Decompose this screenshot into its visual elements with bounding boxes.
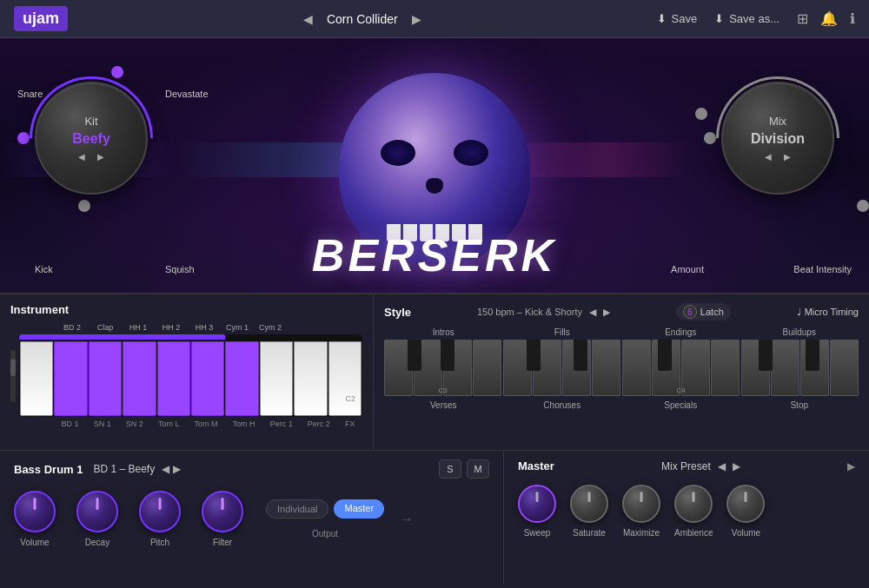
save-as-button[interactable]: ⬇ Save as... xyxy=(714,12,779,25)
bell-icon[interactable]: 🔔 xyxy=(820,10,838,27)
skull-left-eye xyxy=(381,140,415,166)
maximize-knob-wrap: Maximize xyxy=(622,485,660,538)
white-key-3[interactable] xyxy=(294,341,327,416)
latch-label: Latch xyxy=(700,307,724,317)
kick-label: Kick xyxy=(35,264,53,274)
skull-right-eye xyxy=(454,140,488,166)
mix-left-dot2[interactable] xyxy=(704,132,716,144)
kit-bottom-dot[interactable] xyxy=(78,200,90,212)
top-bar: ujam ◀ Corn Collider ▶ ⬇ Save ⬇ Save as.… xyxy=(0,0,869,38)
ujam-logo: ujam xyxy=(14,6,68,31)
collapse-arrow[interactable]: ▶ xyxy=(847,460,855,472)
save-button[interactable]: ⬇ Save xyxy=(657,12,698,25)
sweep-knob[interactable] xyxy=(518,485,556,523)
mix-knob[interactable]: Mix Division ◀ ▶ xyxy=(721,82,834,195)
filter-knob[interactable] xyxy=(202,491,243,532)
inst-label-hh2: HH 2 xyxy=(155,323,188,332)
keyboard[interactable]: C2 xyxy=(19,334,362,417)
cat-buildups: Buildups xyxy=(740,327,859,337)
mix-knob-container: Mix Division ◀ ▶ xyxy=(721,82,834,195)
micro-timing-icon: ♩ xyxy=(797,307,801,318)
ambience-knob-wrap: Ambience xyxy=(674,485,713,538)
mix-preset-next[interactable]: ▶ xyxy=(733,460,740,472)
saturate-knob-wrap: Saturate xyxy=(570,485,608,538)
bass-drum-title: Bass Drum 1 xyxy=(14,463,83,476)
s-button[interactable]: S xyxy=(439,459,461,479)
volume-knob-wrap: Volume xyxy=(14,491,56,547)
master-knobs: Sweep Saturate Maximize Ambience Volume xyxy=(518,485,855,538)
decay-knob[interactable] xyxy=(76,491,118,532)
cat-stop: Stop xyxy=(740,400,859,410)
output-label: Output xyxy=(312,529,338,538)
master-volume-knob[interactable] xyxy=(726,485,765,523)
pitch-knob[interactable] xyxy=(139,491,181,532)
cat-choruses: Choruses xyxy=(503,400,622,410)
style-keys-fills[interactable] xyxy=(503,340,620,396)
save-as-icon: ⬇ xyxy=(714,12,724,25)
master-volume-label: Volume xyxy=(732,528,760,538)
mix-preset-prev[interactable]: ◀ xyxy=(718,460,726,472)
saturate-knob[interactable] xyxy=(570,485,608,523)
c2-label: C2 xyxy=(345,394,355,403)
bass-drum-preset-name: BD 1 – Beefy xyxy=(93,463,155,475)
white-key-active-5[interactable] xyxy=(191,341,224,416)
white-key-active-3[interactable] xyxy=(123,341,156,416)
micro-timing-button[interactable]: ♩ Micro Timing xyxy=(797,307,859,318)
skull-nose xyxy=(426,178,443,194)
filter-knob-wrap: Filter xyxy=(202,491,243,547)
bass-drum-prev-arrow[interactable]: ◀ xyxy=(162,463,169,475)
inst-label-hh1: HH 1 xyxy=(122,323,155,332)
white-key-2[interactable] xyxy=(260,341,293,416)
master-button[interactable]: Master xyxy=(334,499,384,519)
inst-label-cym1: Cym 1 xyxy=(221,323,254,332)
maximize-knob[interactable] xyxy=(622,485,660,523)
info-icon[interactable]: ℹ xyxy=(850,10,855,27)
top-icons: ⊞ 🔔 ℹ xyxy=(797,10,855,27)
volume-knob[interactable] xyxy=(14,491,56,532)
cat-verses: Verses xyxy=(384,400,503,410)
kit-top-dot[interactable] xyxy=(111,66,123,78)
kit-knob[interactable]: Kit Beefy ◀ ▶ xyxy=(35,82,148,195)
squish-label: Squish xyxy=(165,264,195,274)
decay-knob-wrap: Decay xyxy=(76,491,118,547)
master-section: Master Mix Preset ◀ ▶ ▶ Sweep Saturate xyxy=(504,451,869,585)
sm-buttons: S M xyxy=(439,459,489,479)
instrument-title: Instrument xyxy=(10,303,362,316)
white-key-active-1[interactable] xyxy=(54,341,87,416)
style-keys-endings[interactable]: C4 xyxy=(622,340,740,396)
cat-specials: Specials xyxy=(621,400,740,410)
panel-top-row: Instrument BD 2 Clap HH 1 HH 2 HH 3 Cym … xyxy=(0,294,869,451)
next-preset-arrow[interactable]: ▶ xyxy=(408,10,425,28)
individual-button[interactable]: Individual xyxy=(266,499,328,519)
main-visual: Snare Devastate Kick Squish Amount Beat … xyxy=(0,38,869,299)
inst-bottom-perc1: Perc 1 xyxy=(270,420,293,428)
inst-label-hh3: HH 3 xyxy=(188,323,221,332)
white-key-active-2[interactable] xyxy=(89,341,122,416)
white-key-4[interactable] xyxy=(328,341,362,416)
style-next-arrow[interactable]: ▶ xyxy=(603,307,610,318)
bass-drum-preset: BD 1 – Beefy ◀ ▶ xyxy=(93,463,181,475)
top-center: ◀ Corn Collider ▶ xyxy=(300,10,425,28)
white-key-1[interactable] xyxy=(20,341,53,416)
cat-fills: Fills xyxy=(503,327,622,337)
latch-button[interactable]: 6 Latch xyxy=(676,303,731,320)
bass-drum-next-arrow[interactable]: ▶ xyxy=(173,463,181,475)
white-key-active-4[interactable] xyxy=(157,341,190,416)
master-header: Master Mix Preset ◀ ▶ ▶ xyxy=(518,459,855,472)
kit-left-dot[interactable] xyxy=(17,132,30,144)
fullscreen-icon[interactable]: ⊞ xyxy=(797,10,808,27)
cat-intros: Intros xyxy=(384,327,503,337)
mix-bottom-dot[interactable] xyxy=(857,200,869,212)
style-keys-buildups[interactable] xyxy=(741,340,859,396)
inst-label-clap: Clap xyxy=(89,323,122,332)
style-prev-arrow[interactable]: ◀ xyxy=(589,307,596,318)
style-keys-intros[interactable]: C3 xyxy=(384,340,501,396)
panel-bottom-row: Bass Drum 1 BD 1 – Beefy ◀ ▶ S M xyxy=(0,451,869,585)
ambience-knob[interactable] xyxy=(674,485,713,523)
white-key-active-6[interactable] xyxy=(225,341,258,416)
sweep-label: Sweep xyxy=(524,528,551,538)
m-button[interactable]: M xyxy=(467,459,489,479)
mix-left-dot[interactable] xyxy=(695,108,707,120)
inst-bottom-sn1: SN 1 xyxy=(94,420,111,428)
prev-preset-arrow[interactable]: ◀ xyxy=(300,10,316,28)
